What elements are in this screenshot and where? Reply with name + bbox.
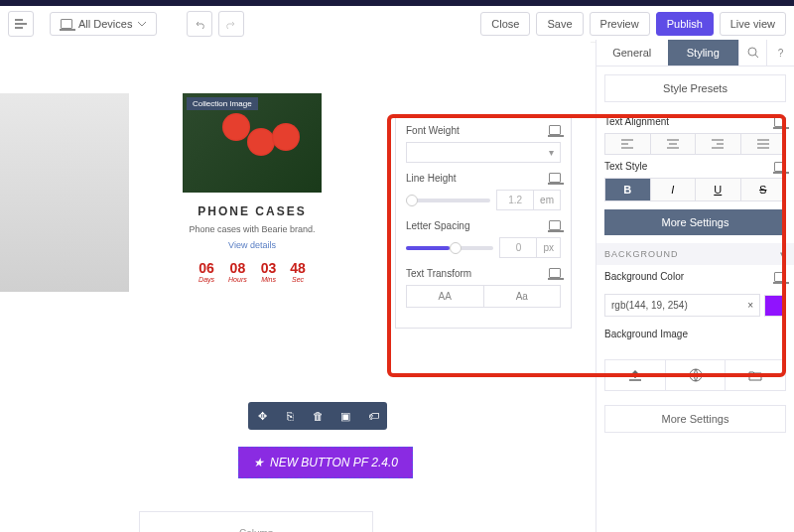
styling-sidebar: General Styling ? Style Presets Text Ali… bbox=[596, 40, 794, 532]
tag-icon[interactable]: 🏷 bbox=[359, 402, 387, 430]
bg-color-input[interactable]: rgb(144, 19, 254)× bbox=[604, 294, 760, 317]
bg-image-label: Background Image bbox=[604, 329, 688, 339]
align-center-button[interactable] bbox=[651, 133, 697, 155]
font-weight-label: Font Weight bbox=[406, 125, 460, 136]
align-justify-button[interactable] bbox=[741, 133, 787, 155]
italic-button[interactable]: I bbox=[651, 178, 697, 201]
new-button-element[interactable]: ★ NEW BUTTON PF 2.4.0 bbox=[238, 447, 413, 478]
redo-button[interactable] bbox=[218, 11, 244, 37]
align-right-button[interactable] bbox=[696, 133, 741, 155]
live-view-button[interactable]: Live view bbox=[720, 12, 786, 36]
desktop-icon[interactable] bbox=[774, 117, 786, 127]
style-presets-button[interactable]: Style Presets bbox=[604, 74, 786, 102]
element-toolbar: ✥ ⎘ 🗑 ▣ 🏷 bbox=[248, 402, 387, 430]
move-icon[interactable]: ✥ bbox=[248, 402, 276, 430]
image-picker bbox=[604, 359, 786, 391]
card-desc: Phone cases with Bearie brand. bbox=[163, 224, 341, 234]
underline-button[interactable]: U bbox=[696, 178, 741, 201]
background-section-label: BACKGROUND bbox=[604, 249, 679, 259]
text-alignment-label: Text Alignment bbox=[604, 116, 669, 127]
copy-icon[interactable]: ⎘ bbox=[276, 402, 304, 430]
collection-image[interactable]: Collection Image bbox=[183, 93, 322, 193]
svg-point-0 bbox=[748, 48, 756, 56]
tab-styling[interactable]: Styling bbox=[668, 40, 739, 66]
upload-image-button[interactable] bbox=[605, 360, 666, 390]
clear-icon[interactable]: × bbox=[747, 300, 753, 311]
delete-icon[interactable]: 🗑 bbox=[304, 402, 331, 430]
save-block-icon[interactable]: ▣ bbox=[331, 402, 359, 430]
left-card-desc: Bearie brand. bbox=[0, 324, 129, 333]
strike-button[interactable]: S bbox=[741, 178, 787, 201]
column-placeholder[interactable]: Column bbox=[139, 511, 373, 532]
desktop-icon[interactable] bbox=[549, 125, 561, 135]
device-selector[interactable]: All Devices bbox=[50, 12, 157, 36]
more-settings-button[interactable]: More Settings bbox=[604, 209, 786, 235]
collapse-icon[interactable]: ▾ bbox=[780, 249, 786, 259]
text-format-button[interactable] bbox=[8, 11, 34, 37]
line-height-unit[interactable]: em bbox=[534, 190, 561, 210]
font-weight-select[interactable]: ▾ bbox=[406, 142, 561, 163]
more-settings-button-2[interactable]: More Settings bbox=[604, 405, 786, 433]
help-icon[interactable]: ? bbox=[766, 40, 794, 66]
transform-upper-button[interactable]: AA bbox=[406, 285, 484, 308]
bg-color-label: Background Color bbox=[604, 271, 684, 282]
browse-image-button[interactable] bbox=[726, 360, 785, 390]
tab-general[interactable]: General bbox=[596, 40, 668, 66]
desktop-icon[interactable] bbox=[774, 272, 786, 282]
collection-tag: Collection Image bbox=[187, 97, 258, 110]
letter-spacing-unit[interactable]: px bbox=[537, 237, 561, 258]
desktop-icon[interactable] bbox=[549, 220, 561, 230]
left-product-card: KS Bearie brand. bbox=[0, 93, 129, 333]
preview-button[interactable]: Preview bbox=[590, 12, 650, 36]
device-label: All Devices bbox=[78, 18, 132, 30]
undo-button[interactable] bbox=[187, 11, 212, 37]
left-card-title: KS bbox=[0, 304, 129, 318]
close-button[interactable]: Close bbox=[480, 12, 530, 36]
text-transform-label: Text Transform bbox=[406, 268, 471, 279]
line-height-input[interactable] bbox=[496, 190, 534, 210]
line-height-label: Line Height bbox=[406, 173, 457, 184]
new-button-label: NEW BUTTON PF 2.4.0 bbox=[270, 456, 398, 469]
card-title: PHONE CASES bbox=[163, 204, 341, 218]
desktop-icon[interactable] bbox=[549, 268, 561, 278]
save-button[interactable]: Save bbox=[536, 12, 583, 36]
publish-button[interactable]: Publish bbox=[656, 12, 714, 36]
desktop-icon bbox=[61, 19, 72, 29]
bold-button[interactable]: B bbox=[604, 178, 651, 201]
letter-spacing-slider[interactable] bbox=[406, 246, 493, 250]
transform-cap-button[interactable]: Aa bbox=[484, 285, 562, 308]
desktop-icon[interactable] bbox=[549, 173, 561, 183]
phone-cases-card[interactable]: Collection Image PHONE CASES Phone cases… bbox=[163, 93, 341, 283]
letter-spacing-input[interactable] bbox=[499, 237, 537, 258]
search-icon[interactable] bbox=[738, 40, 766, 66]
desktop-icon[interactable] bbox=[774, 162, 786, 172]
typography-popover: Font Weight ▾ Line Height em Letter Spac… bbox=[395, 114, 572, 329]
url-image-button[interactable] bbox=[666, 360, 727, 390]
color-swatch[interactable] bbox=[764, 295, 786, 317]
view-details-link[interactable]: View details bbox=[228, 240, 276, 250]
star-icon: ★ bbox=[253, 456, 264, 469]
chevron-down-icon bbox=[138, 22, 146, 27]
countdown-timer: 06Days 08Hours 03Mins 48Sec bbox=[163, 260, 341, 283]
letter-spacing-label: Letter Spacing bbox=[406, 220, 470, 231]
text-style-label: Text Style bbox=[604, 161, 647, 172]
align-left-button[interactable] bbox=[604, 133, 651, 155]
line-height-slider[interactable] bbox=[406, 199, 490, 202]
